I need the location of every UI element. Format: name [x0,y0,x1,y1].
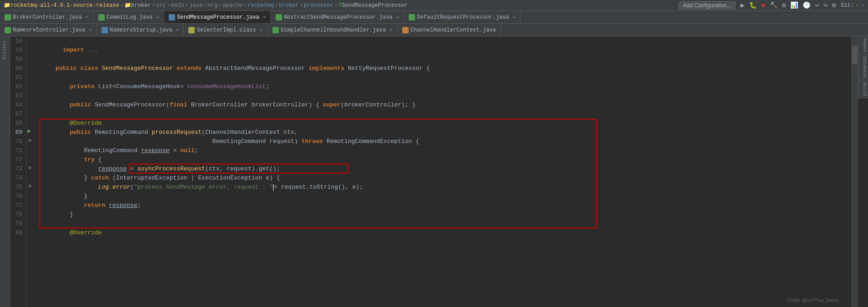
maven-panel-toggle[interactable]: Maven [858,37,868,54]
add-configuration-button[interactable]: Add Configuration... [679,1,735,10]
breadcrumb-folder-icon-1: 📁 [124,2,131,9]
coverage-icon[interactable]: ⚙ [781,1,787,10]
breadcrumb-apache[interactable]: apache [223,2,242,9]
code-line-70: RemotingCommand request) throws Remoting… [41,137,848,146]
scrollbar-thumb[interactable] [852,46,857,64]
tab-close-default[interactable]: × [513,15,516,20]
tab-commitlog[interactable]: CommitLog.java × [94,11,164,23]
code-line-79 [41,219,848,228]
git-section: Git: ✓ ✓ [841,2,864,9]
breadcrumb-bar: 📁 rocketmq-all-4.9.1-source-release › 📁 … [0,0,868,11]
line-numbers: 18 19 59 60 61 62 63 64 67 68 69 70 71 7… [10,37,27,307]
breadcrumb-src[interactable]: src [156,2,166,9]
breadcrumb-processor[interactable]: processor [304,2,334,9]
tab-channelhandler[interactable]: ChannelHandlerContext.java [398,24,501,36]
code-line-80: @Override [41,228,848,238]
tab-icon-java-blue2 [101,27,108,33]
breadcrumb-main[interactable]: main [171,2,184,9]
tab-icon-java [5,14,11,21]
code-line-75: Log.error ( "process SendMessage error, … [41,183,848,192]
breadcrumb-rocketmq[interactable]: rocketmq [247,2,274,9]
code-line-69: public RemotingCommand processRequest (C… [41,128,848,137]
tab-close-sendmessage[interactable]: × [263,15,266,20]
profile-icon[interactable]: 📊 [789,1,799,10]
debug-icon[interactable]: 🐛 [748,1,758,10]
tab-close-abstractsend[interactable]: × [396,15,399,20]
tab-close-commitlog[interactable]: × [156,15,160,20]
breadcrumb-broker2[interactable]: broker [279,2,298,9]
code-line-59 [41,55,848,64]
code-line-63 [41,91,848,101]
vcs-update-icon[interactable]: 🕐 [801,1,812,10]
tab-simplechannel[interactable]: SimpleChannelInboundHandler.java × [268,24,398,36]
project-panel-label[interactable]: Project [2,40,7,59]
bc-sep-1: › [152,2,155,9]
tab-icon-java2 [98,14,105,21]
tab-close-simplechannel[interactable]: × [389,27,393,33]
vertical-scrollbar[interactable] [852,37,858,307]
code-line-60: public class SendMessageProcessor extend… [41,64,848,73]
code-line-64: public SendMessageProcessor( final Broke… [41,101,848,110]
breadcrumb-class-icon: © [339,2,342,9]
code-content[interactable]: import ... public class SendMessageProce… [37,37,852,307]
right-panels: Maven Database Build [858,37,868,307]
tab-icon-java3 [276,14,282,21]
tab-defaultrequest[interactable]: DefaultRequestProcessor.java × [404,11,521,23]
build-icon[interactable]: 🔨 [768,1,779,10]
tab-close-namesrvstartup[interactable]: × [176,27,179,33]
tab-brokercontroller[interactable]: BrokerController.java × [0,11,94,23]
tab-icon-class [188,27,195,33]
code-line-71: RemotingCommand response = null ; [41,146,848,155]
run-icon[interactable]: ▶ [739,1,746,10]
tab-namesrvcontroller[interactable]: NamesrvController.java × [0,24,97,36]
breadcrumb-broker[interactable]: broker [131,2,151,9]
code-line-68: @Override [41,119,848,128]
git-checkmark-green: ✓ [856,2,859,9]
breadcrumb-folder-icon: 📁 [4,2,11,9]
code-line-18 [41,37,848,46]
breadcrumb-java[interactable]: java [189,2,202,9]
tab-close-brokercontroller[interactable]: × [85,15,89,20]
editor-area[interactable]: 18 19 59 60 61 62 63 64 67 68 69 70 71 7… [10,37,858,307]
breadcrumb-org[interactable]: org [208,2,218,9]
code-gutter: ► ◇ ◇ ◇ [27,37,37,307]
database-panel-toggle[interactable]: Database [858,54,868,80]
git-label: Git: [841,2,854,9]
toolbar-icons: ▶ 🐛 ■ 🔨 ⚙ 📊 🕐 ↩ ↪ ⚙ [739,1,837,10]
code-line-77: return response ; [41,201,848,210]
tab-abstractsend[interactable]: AbstractSendMessageProcessor.java × [271,11,404,23]
code-line-19: import ... [41,46,848,55]
redo-icon[interactable]: ↪ [822,1,829,10]
left-gutter[interactable]: Project [0,37,10,307]
build-panel-toggle[interactable]: Build [858,80,868,98]
tab-icon-java5 [5,27,11,33]
tab-icon-java-blue [169,14,175,21]
code-line-72: try { [41,155,848,164]
bc-sep-0: › [120,2,123,9]
tab-close-namesrv[interactable]: × [89,27,92,33]
tab-close-selectorimpl[interactable]: × [260,27,263,33]
diamond-icon-70: ◇ [28,137,32,143]
settings-icon[interactable]: ⚙ [831,1,837,10]
tab-sendmessageprocessor[interactable]: SendMessageProcessor.java × [164,11,271,23]
tab-icon-java4 [409,14,415,21]
code-line-73: response = asyncProcessRequest (ctx, req… [41,164,848,174]
tab-bar-row1: BrokerController.java × CommitLog.java ×… [0,11,868,24]
code-container: 18 19 59 60 61 62 63 64 67 68 69 70 71 7… [10,37,858,307]
diamond-icon-73: ◇ [28,164,32,170]
code-line-62: private List<ConsumeMessageHook> consume… [41,82,848,91]
code-line-61 [41,73,848,82]
tab-icon-java6 [272,27,279,33]
breadcrumb-classname[interactable]: SendMessageProcessor [342,2,408,9]
code-line-78: } [41,210,848,219]
breadcrumb-root[interactable]: rocketmq-all-4.9.1-source-release [11,2,119,9]
code-line-76: } [41,192,848,201]
code-line-74: } catch (InterruptedException | Executio… [41,174,848,183]
git-checkmark-blue: ✓ [861,2,864,9]
undo-icon[interactable]: ↩ [814,1,820,10]
tab-selectorimpl[interactable]: SelectorImpl.class × [184,24,267,36]
tab-namesrvstartup[interactable]: NamesrvStartup.java × [97,24,184,36]
tab-bar-row2: NamesrvController.java × NamesrvStartup.… [0,24,868,37]
main-area: Project 18 19 59 60 61 62 63 64 67 68 69… [0,37,868,307]
stop-icon[interactable]: ■ [760,1,767,10]
